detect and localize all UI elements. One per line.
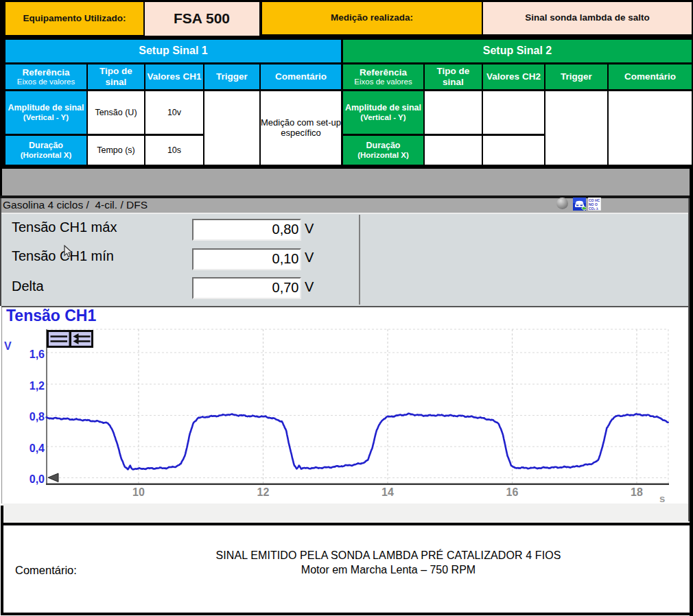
svg-text:0,4: 0,4 (30, 442, 45, 454)
svg-text:V: V (4, 340, 12, 352)
svg-text:18: 18 (631, 486, 643, 498)
svg-text:14: 14 (381, 486, 394, 498)
svg-text:16: 16 (506, 486, 519, 498)
svg-text:1,6: 1,6 (30, 348, 45, 360)
svg-text:Tensão CH1: Tensão CH1 (6, 307, 96, 324)
svg-text:0,8: 0,8 (30, 411, 45, 423)
svg-text:10: 10 (132, 486, 145, 498)
svg-text:s: s (659, 493, 665, 504)
svg-text:12: 12 (257, 486, 270, 498)
svg-text:CO₂ λ: CO₂ λ (589, 206, 598, 211)
svg-text:0,0: 0,0 (30, 473, 45, 485)
svg-text:1,2: 1,2 (30, 380, 45, 392)
